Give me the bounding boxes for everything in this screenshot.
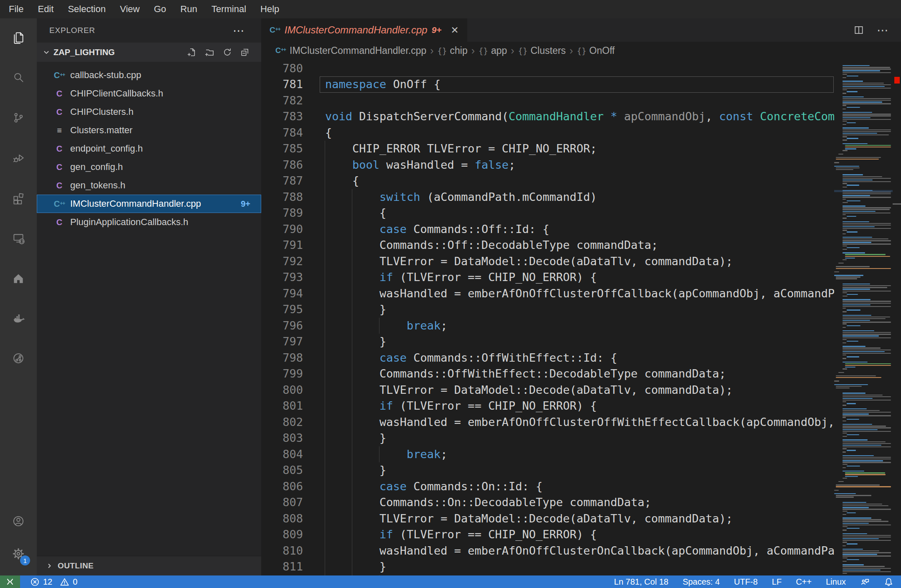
- menu-item-file[interactable]: File: [2, 0, 31, 18]
- code-line: 800 TLVError = DataModel::Decode(aDataTl…: [261, 382, 834, 398]
- code-text: }: [325, 302, 386, 318]
- menu-item-help[interactable]: Help: [253, 0, 286, 18]
- file-item[interactable]: Cgen_tokens.h: [37, 176, 261, 195]
- code-text: {: [325, 173, 359, 189]
- status-item[interactable]: Spaces: 4: [682, 577, 720, 587]
- code-text: {: [325, 205, 386, 221]
- tab-close-icon[interactable]: ✕: [451, 25, 459, 36]
- line-number: 792: [261, 253, 303, 270]
- file-name: gen_config.h: [70, 162, 123, 172]
- code-text: void DispatchServerCommand(CommandHandle…: [325, 109, 834, 125]
- breadcrumb-segment[interactable]: {}Clusters: [518, 45, 566, 56]
- breadcrumb-segment[interactable]: {}chip: [438, 45, 468, 56]
- home-icon[interactable]: [8, 268, 28, 288]
- new-file-icon[interactable]: [188, 48, 197, 57]
- status-item[interactable]: C++: [796, 577, 812, 587]
- status-item[interactable]: Linux: [826, 577, 846, 587]
- feedback-icon[interactable]: [860, 577, 870, 587]
- file-item[interactable]: ≡Clusters.matter: [37, 121, 261, 139]
- file-item[interactable]: CCHIPClientCallbacks.h: [37, 84, 261, 103]
- file-item[interactable]: C++callback-stub.cpp: [37, 66, 261, 84]
- c-header-file-icon: C: [53, 181, 65, 190]
- code-line: 789 {: [261, 205, 834, 221]
- source-control-icon[interactable]: [8, 108, 28, 128]
- breadcrumb-segment[interactable]: {}app: [478, 45, 507, 56]
- status-item[interactable]: LF: [772, 577, 781, 587]
- code-lines: 780781namespace OnOff {782783void Dispat…: [261, 59, 834, 575]
- explorer-icon[interactable]: [8, 28, 28, 48]
- file-name: gen_tokens.h: [70, 180, 125, 191]
- remote-explorer-icon[interactable]: [8, 228, 28, 248]
- refresh-icon[interactable]: [223, 48, 232, 57]
- chevron-right-icon: ›: [471, 45, 475, 57]
- menu-item-run[interactable]: Run: [173, 0, 204, 18]
- problems-status[interactable]: 12 0: [30, 577, 81, 587]
- line-number: 804: [261, 446, 303, 463]
- sidebar-more-icon[interactable]: ⋯: [233, 24, 245, 38]
- code-line: 797 }: [261, 334, 834, 350]
- file-item[interactable]: CCHIPClusters.h: [37, 103, 261, 121]
- collapse-all-icon[interactable]: [240, 48, 249, 57]
- breadcrumb-file[interactable]: IMClusterCommandHandler.cpp: [290, 45, 426, 56]
- line-number: 793: [261, 269, 303, 286]
- line-number: 809: [261, 527, 303, 543]
- line-number: 803: [261, 430, 303, 446]
- line-number: 791: [261, 237, 303, 253]
- code-text: Commands::On::DecodableType commandData;: [325, 494, 651, 511]
- line-number: 810: [261, 543, 303, 559]
- extensions-icon[interactable]: [8, 188, 28, 208]
- line-number: 795: [261, 302, 303, 318]
- explorer-sidebar: EXPLORER ⋯ ZAP_LIGHTING C++callback-stub…: [37, 18, 261, 575]
- menu-item-terminal[interactable]: Terminal: [204, 0, 253, 18]
- menu-item-go[interactable]: Go: [147, 0, 173, 18]
- code-line: 781namespace OnOff {: [261, 76, 834, 93]
- minimap[interactable]: [834, 59, 893, 575]
- code-line: 799 Commands::OffWithEffect::DecodableTy…: [261, 366, 834, 382]
- menu-item-edit[interactable]: Edit: [31, 0, 61, 18]
- settings-icon[interactable]: 1: [8, 544, 28, 564]
- c-header-file-icon: C: [53, 89, 65, 99]
- run-debug-icon[interactable]: [8, 148, 28, 168]
- code-text: Commands::OffWithEffect::DecodableType c…: [325, 366, 726, 382]
- code-editor[interactable]: 780781namespace OnOff {782783void Dispat…: [261, 59, 901, 575]
- code-text: wasHandled = emberAfOnOffClusterOffWithE…: [325, 414, 834, 431]
- file-item[interactable]: Cgen_config.h: [37, 158, 261, 176]
- remote-window-icon[interactable]: [0, 575, 20, 588]
- file-item[interactable]: C++IMClusterCommandHandler.cpp9+: [37, 195, 261, 213]
- split-editor-icon[interactable]: [853, 25, 864, 35]
- git-graph-icon[interactable]: [8, 348, 28, 368]
- line-number: 799: [261, 366, 303, 382]
- chevron-right-icon: [46, 563, 53, 569]
- namespace-symbol-icon: {}: [518, 46, 528, 56]
- breadcrumb-segment[interactable]: {}OnOff: [577, 45, 615, 56]
- code-text: }: [325, 430, 386, 446]
- file-name: IMClusterCommandHandler.cpp: [70, 198, 201, 209]
- docker-icon[interactable]: [8, 308, 28, 328]
- code-line: 785 CHIP_ERROR TLVError = CHIP_NO_ERROR;: [261, 141, 834, 157]
- code-line: 796 break;: [261, 318, 834, 334]
- outline-section-header[interactable]: OUTLINE: [37, 556, 261, 575]
- line-number: 786: [261, 157, 303, 173]
- code-line: 794 wasHandled = emberAfOnOffClusterOffC…: [261, 286, 834, 302]
- editor-tab[interactable]: C++ IMClusterCommandHandler.cpp 9+ ✕: [261, 18, 467, 42]
- status-item[interactable]: Ln 781, Col 18: [614, 577, 668, 587]
- code-line: 780: [261, 61, 834, 77]
- code-text: break;: [325, 318, 448, 334]
- line-number: 802: [261, 414, 303, 431]
- menu-item-view[interactable]: View: [113, 0, 147, 18]
- menu-item-selection[interactable]: Selection: [61, 0, 113, 18]
- search-icon[interactable]: [8, 68, 28, 88]
- file-item[interactable]: Cendpoint_config.h: [37, 139, 261, 158]
- editor-more-icon[interactable]: ⋯: [877, 23, 889, 37]
- new-folder-icon[interactable]: [205, 48, 214, 57]
- code-line: 788 switch (aCommandPath.mCommandId): [261, 189, 834, 205]
- folder-section-header[interactable]: ZAP_LIGHTING: [37, 43, 261, 62]
- status-item[interactable]: UTF-8: [734, 577, 758, 587]
- activity-bar: 1: [0, 18, 37, 575]
- code-text: CHIP_ERROR TLVError = CHIP_NO_ERROR;: [325, 141, 597, 157]
- line-number: 800: [261, 382, 303, 398]
- code-text: }: [325, 462, 386, 479]
- accounts-icon[interactable]: [8, 511, 28, 531]
- notifications-bell-icon[interactable]: [884, 577, 893, 587]
- file-item[interactable]: CPluginApplicationCallbacks.h: [37, 213, 261, 231]
